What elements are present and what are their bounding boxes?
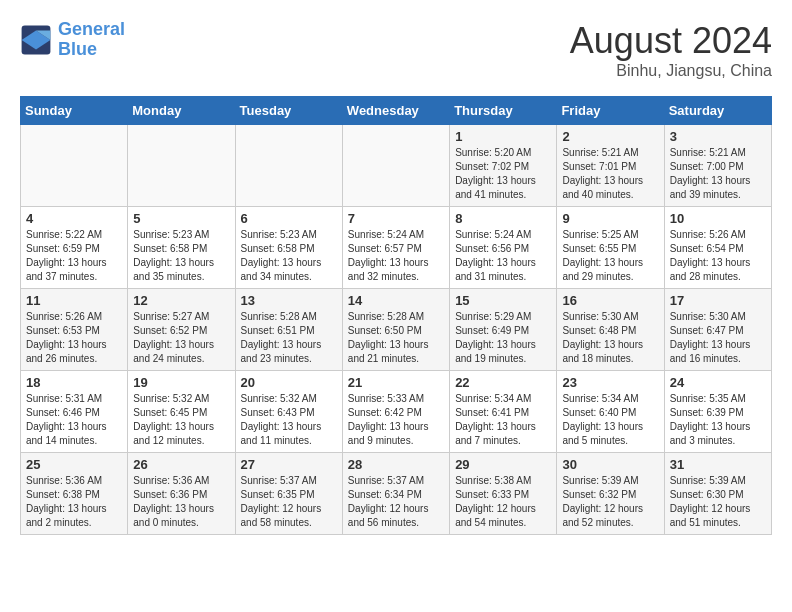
weekday-header-tuesday: Tuesday bbox=[235, 97, 342, 125]
logo: General Blue bbox=[20, 20, 125, 60]
day-number: 13 bbox=[241, 293, 337, 308]
calendar-cell: 11Sunrise: 5:26 AM Sunset: 6:53 PM Dayli… bbox=[21, 289, 128, 371]
calendar-cell: 6Sunrise: 5:23 AM Sunset: 6:58 PM Daylig… bbox=[235, 207, 342, 289]
logo-line1: General bbox=[58, 19, 125, 39]
calendar-cell: 19Sunrise: 5:32 AM Sunset: 6:45 PM Dayli… bbox=[128, 371, 235, 453]
calendar-cell: 3Sunrise: 5:21 AM Sunset: 7:00 PM Daylig… bbox=[664, 125, 771, 207]
calendar-cell: 20Sunrise: 5:32 AM Sunset: 6:43 PM Dayli… bbox=[235, 371, 342, 453]
day-number: 10 bbox=[670, 211, 766, 226]
day-number: 27 bbox=[241, 457, 337, 472]
day-info: Sunrise: 5:24 AM Sunset: 6:56 PM Dayligh… bbox=[455, 228, 551, 284]
day-info: Sunrise: 5:23 AM Sunset: 6:58 PM Dayligh… bbox=[241, 228, 337, 284]
calendar-cell bbox=[128, 125, 235, 207]
calendar-cell: 2Sunrise: 5:21 AM Sunset: 7:01 PM Daylig… bbox=[557, 125, 664, 207]
day-number: 31 bbox=[670, 457, 766, 472]
day-info: Sunrise: 5:31 AM Sunset: 6:46 PM Dayligh… bbox=[26, 392, 122, 448]
day-number: 2 bbox=[562, 129, 658, 144]
day-number: 19 bbox=[133, 375, 229, 390]
day-info: Sunrise: 5:32 AM Sunset: 6:43 PM Dayligh… bbox=[241, 392, 337, 448]
day-number: 16 bbox=[562, 293, 658, 308]
day-info: Sunrise: 5:20 AM Sunset: 7:02 PM Dayligh… bbox=[455, 146, 551, 202]
calendar-cell: 22Sunrise: 5:34 AM Sunset: 6:41 PM Dayli… bbox=[450, 371, 557, 453]
day-info: Sunrise: 5:38 AM Sunset: 6:33 PM Dayligh… bbox=[455, 474, 551, 530]
day-number: 6 bbox=[241, 211, 337, 226]
calendar-cell: 29Sunrise: 5:38 AM Sunset: 6:33 PM Dayli… bbox=[450, 453, 557, 535]
calendar-table: SundayMondayTuesdayWednesdayThursdayFrid… bbox=[20, 96, 772, 535]
calendar-cell: 8Sunrise: 5:24 AM Sunset: 6:56 PM Daylig… bbox=[450, 207, 557, 289]
calendar-week-row: 11Sunrise: 5:26 AM Sunset: 6:53 PM Dayli… bbox=[21, 289, 772, 371]
calendar-cell: 9Sunrise: 5:25 AM Sunset: 6:55 PM Daylig… bbox=[557, 207, 664, 289]
day-info: Sunrise: 5:36 AM Sunset: 6:36 PM Dayligh… bbox=[133, 474, 229, 530]
page-header: General Blue August 2024 Binhu, Jiangsu,… bbox=[20, 20, 772, 80]
day-info: Sunrise: 5:21 AM Sunset: 7:00 PM Dayligh… bbox=[670, 146, 766, 202]
day-number: 7 bbox=[348, 211, 444, 226]
day-info: Sunrise: 5:39 AM Sunset: 6:32 PM Dayligh… bbox=[562, 474, 658, 530]
day-info: Sunrise: 5:24 AM Sunset: 6:57 PM Dayligh… bbox=[348, 228, 444, 284]
calendar-cell: 15Sunrise: 5:29 AM Sunset: 6:49 PM Dayli… bbox=[450, 289, 557, 371]
calendar-cell: 24Sunrise: 5:35 AM Sunset: 6:39 PM Dayli… bbox=[664, 371, 771, 453]
logo-icon bbox=[20, 24, 52, 56]
day-info: Sunrise: 5:26 AM Sunset: 6:54 PM Dayligh… bbox=[670, 228, 766, 284]
day-info: Sunrise: 5:30 AM Sunset: 6:48 PM Dayligh… bbox=[562, 310, 658, 366]
day-info: Sunrise: 5:26 AM Sunset: 6:53 PM Dayligh… bbox=[26, 310, 122, 366]
calendar-cell: 4Sunrise: 5:22 AM Sunset: 6:59 PM Daylig… bbox=[21, 207, 128, 289]
month-year-title: August 2024 bbox=[570, 20, 772, 62]
weekday-header-row: SundayMondayTuesdayWednesdayThursdayFrid… bbox=[21, 97, 772, 125]
day-number: 23 bbox=[562, 375, 658, 390]
logo-line2: Blue bbox=[58, 39, 97, 59]
calendar-cell bbox=[342, 125, 449, 207]
weekday-header-wednesday: Wednesday bbox=[342, 97, 449, 125]
day-info: Sunrise: 5:37 AM Sunset: 6:34 PM Dayligh… bbox=[348, 474, 444, 530]
calendar-cell: 27Sunrise: 5:37 AM Sunset: 6:35 PM Dayli… bbox=[235, 453, 342, 535]
day-info: Sunrise: 5:34 AM Sunset: 6:41 PM Dayligh… bbox=[455, 392, 551, 448]
day-number: 8 bbox=[455, 211, 551, 226]
calendar-cell bbox=[235, 125, 342, 207]
weekday-header-saturday: Saturday bbox=[664, 97, 771, 125]
day-info: Sunrise: 5:34 AM Sunset: 6:40 PM Dayligh… bbox=[562, 392, 658, 448]
day-number: 9 bbox=[562, 211, 658, 226]
calendar-cell: 31Sunrise: 5:39 AM Sunset: 6:30 PM Dayli… bbox=[664, 453, 771, 535]
day-info: Sunrise: 5:21 AM Sunset: 7:01 PM Dayligh… bbox=[562, 146, 658, 202]
day-info: Sunrise: 5:22 AM Sunset: 6:59 PM Dayligh… bbox=[26, 228, 122, 284]
weekday-header-thursday: Thursday bbox=[450, 97, 557, 125]
calendar-cell: 13Sunrise: 5:28 AM Sunset: 6:51 PM Dayli… bbox=[235, 289, 342, 371]
calendar-cell: 18Sunrise: 5:31 AM Sunset: 6:46 PM Dayli… bbox=[21, 371, 128, 453]
day-number: 25 bbox=[26, 457, 122, 472]
day-number: 24 bbox=[670, 375, 766, 390]
day-info: Sunrise: 5:28 AM Sunset: 6:50 PM Dayligh… bbox=[348, 310, 444, 366]
day-info: Sunrise: 5:23 AM Sunset: 6:58 PM Dayligh… bbox=[133, 228, 229, 284]
day-number: 21 bbox=[348, 375, 444, 390]
day-number: 4 bbox=[26, 211, 122, 226]
calendar-cell: 12Sunrise: 5:27 AM Sunset: 6:52 PM Dayli… bbox=[128, 289, 235, 371]
calendar-week-row: 4Sunrise: 5:22 AM Sunset: 6:59 PM Daylig… bbox=[21, 207, 772, 289]
day-info: Sunrise: 5:32 AM Sunset: 6:45 PM Dayligh… bbox=[133, 392, 229, 448]
calendar-cell: 26Sunrise: 5:36 AM Sunset: 6:36 PM Dayli… bbox=[128, 453, 235, 535]
calendar-cell: 1Sunrise: 5:20 AM Sunset: 7:02 PM Daylig… bbox=[450, 125, 557, 207]
calendar-cell bbox=[21, 125, 128, 207]
day-number: 28 bbox=[348, 457, 444, 472]
day-number: 12 bbox=[133, 293, 229, 308]
day-number: 17 bbox=[670, 293, 766, 308]
day-info: Sunrise: 5:33 AM Sunset: 6:42 PM Dayligh… bbox=[348, 392, 444, 448]
day-number: 18 bbox=[26, 375, 122, 390]
weekday-header-sunday: Sunday bbox=[21, 97, 128, 125]
calendar-cell: 28Sunrise: 5:37 AM Sunset: 6:34 PM Dayli… bbox=[342, 453, 449, 535]
calendar-cell: 14Sunrise: 5:28 AM Sunset: 6:50 PM Dayli… bbox=[342, 289, 449, 371]
calendar-cell: 23Sunrise: 5:34 AM Sunset: 6:40 PM Dayli… bbox=[557, 371, 664, 453]
day-number: 30 bbox=[562, 457, 658, 472]
day-number: 15 bbox=[455, 293, 551, 308]
day-number: 5 bbox=[133, 211, 229, 226]
calendar-cell: 25Sunrise: 5:36 AM Sunset: 6:38 PM Dayli… bbox=[21, 453, 128, 535]
weekday-header-monday: Monday bbox=[128, 97, 235, 125]
calendar-cell: 17Sunrise: 5:30 AM Sunset: 6:47 PM Dayli… bbox=[664, 289, 771, 371]
calendar-cell: 21Sunrise: 5:33 AM Sunset: 6:42 PM Dayli… bbox=[342, 371, 449, 453]
calendar-week-row: 25Sunrise: 5:36 AM Sunset: 6:38 PM Dayli… bbox=[21, 453, 772, 535]
day-info: Sunrise: 5:30 AM Sunset: 6:47 PM Dayligh… bbox=[670, 310, 766, 366]
logo-text: General Blue bbox=[58, 20, 125, 60]
day-info: Sunrise: 5:39 AM Sunset: 6:30 PM Dayligh… bbox=[670, 474, 766, 530]
title-block: August 2024 Binhu, Jiangsu, China bbox=[570, 20, 772, 80]
calendar-cell: 7Sunrise: 5:24 AM Sunset: 6:57 PM Daylig… bbox=[342, 207, 449, 289]
calendar-week-row: 1Sunrise: 5:20 AM Sunset: 7:02 PM Daylig… bbox=[21, 125, 772, 207]
day-info: Sunrise: 5:25 AM Sunset: 6:55 PM Dayligh… bbox=[562, 228, 658, 284]
day-number: 3 bbox=[670, 129, 766, 144]
